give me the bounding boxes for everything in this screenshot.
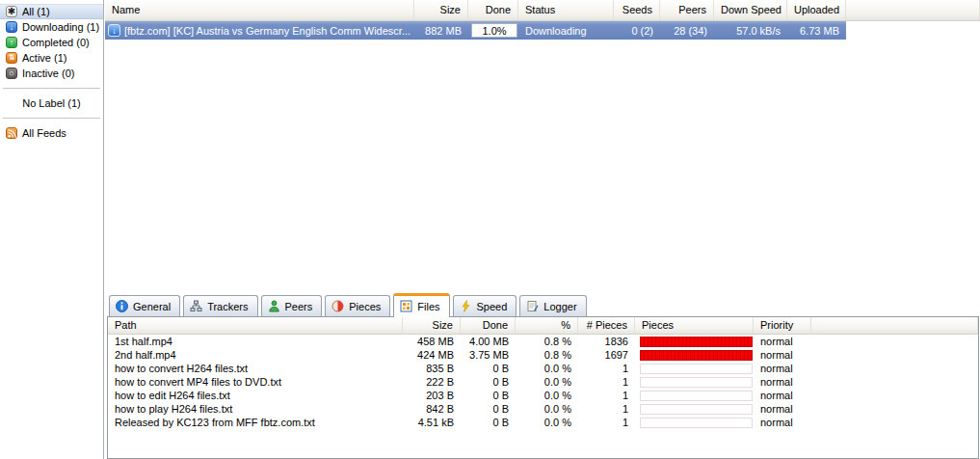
- logger-notepad-icon: [526, 300, 539, 312]
- sidebar-item-all-feeds[interactable]: All Feeds: [0, 125, 103, 141]
- sidebar-item-all[interactable]: ✱ All (1): [0, 4, 103, 19]
- column-header-priority[interactable]: Priority: [754, 317, 811, 334]
- file-pieces-bar: [640, 418, 753, 428]
- column-header-path[interactable]: Path: [108, 317, 403, 334]
- person-icon: [268, 300, 280, 312]
- file-percent: 0.0 %: [516, 403, 578, 415]
- tab-label: General: [133, 301, 171, 312]
- file-path: 1st half.mp4: [108, 336, 403, 347]
- file-num-pieces: 1: [578, 376, 635, 388]
- file-pieces-bar: [640, 404, 753, 415]
- tab-pieces[interactable]: Pieces: [325, 295, 390, 316]
- sidebar-item-label: All (1): [22, 6, 50, 17]
- info-icon: [116, 300, 128, 312]
- file-done: 4.00 MB: [461, 336, 516, 347]
- file-row[interactable]: 2nd half.mp4 424 MB 3.75 MB 0.8 % 1697 n…: [108, 348, 978, 362]
- column-header-down-speed[interactable]: Down Speed: [714, 0, 787, 20]
- torrent-list: Name Size Done Status Seeds Peers Down S…: [105, 0, 980, 291]
- file-path: how to edit H264 files.txt: [108, 390, 403, 401]
- tab-peers[interactable]: Peers: [261, 295, 323, 316]
- torrent-size: 882 MB: [414, 25, 468, 37]
- file-priority: normal: [754, 403, 811, 415]
- file-row[interactable]: how to play H264 files.txt 842 B 0 B 0.0…: [108, 402, 978, 416]
- sidebar-item-label: Completed (0): [22, 37, 90, 48]
- tab-label: Logger: [543, 301, 576, 312]
- torrent-download-icon: ↓: [108, 24, 120, 37]
- column-header-done[interactable]: Done: [461, 317, 516, 334]
- column-header-seeds[interactable]: Seeds: [614, 0, 660, 20]
- asterisk-icon: ✱: [6, 6, 17, 17]
- column-header-done[interactable]: Done: [468, 0, 518, 20]
- file-row[interactable]: how to convert H264 files.txt 835 B 0 B …: [108, 362, 978, 375]
- tab-label: Speed: [477, 301, 508, 312]
- pieces-ball-icon: [331, 300, 344, 312]
- column-header-status[interactable]: Status: [518, 0, 614, 20]
- tab-files[interactable]: Files: [393, 293, 449, 317]
- files-table-header: Path Size Done % # Pieces Pieces Priorit…: [108, 317, 978, 335]
- file-priority: normal: [754, 376, 811, 388]
- torrent-seeds: 0 (2): [614, 25, 660, 37]
- column-header-pieces[interactable]: Pieces: [635, 317, 754, 334]
- file-path: Released by KC123 from MFF fbtz.com.txt: [108, 417, 403, 428]
- tab-label: Files: [417, 301, 439, 312]
- file-size: 4.51 kB: [403, 417, 461, 428]
- file-percent: 0.0 %: [516, 376, 578, 388]
- sidebar-item-completed[interactable]: ↑ Completed (0): [0, 35, 103, 50]
- tab-label: Peers: [285, 301, 313, 312]
- lightning-icon: [460, 300, 472, 312]
- sidebar-item-active[interactable]: ⇅ Active (1): [0, 50, 103, 66]
- files-icon: [400, 300, 412, 312]
- torrent-row-selected[interactable]: ↓ [fbtz.com] [KC] Austria vs Germany Eng…: [105, 21, 846, 40]
- file-path: how to play H264 files.txt: [108, 403, 403, 415]
- file-percent: 0.0 %: [516, 417, 578, 428]
- file-priority: normal: [754, 336, 811, 347]
- column-header-size[interactable]: Size: [403, 317, 461, 334]
- sidebar-item-label: Active (1): [22, 52, 66, 64]
- file-priority: normal: [754, 363, 811, 374]
- column-header-peers[interactable]: Peers: [660, 0, 714, 20]
- detail-tab-bar: General Trackers Peers Pieces Files Spee…: [107, 292, 587, 316]
- file-pieces-bar: [640, 337, 753, 347]
- column-header-num-pieces[interactable]: # Pieces: [578, 317, 635, 334]
- sidebar-item-no-label[interactable]: No Label (1): [0, 95, 103, 111]
- torrent-peers: 28 (34): [660, 25, 714, 37]
- file-pieces-bar: [640, 350, 753, 361]
- column-header-size[interactable]: Size: [414, 0, 468, 20]
- file-done: 0 B: [461, 417, 516, 428]
- file-size: 203 B: [403, 390, 461, 401]
- file-done: 0 B: [461, 390, 516, 401]
- file-done: 0 B: [461, 403, 516, 415]
- tab-label: Trackers: [207, 301, 248, 312]
- tab-trackers[interactable]: Trackers: [183, 295, 257, 316]
- file-row[interactable]: how to convert MP4 files to DVD.txt 222 …: [108, 375, 978, 389]
- file-priority: normal: [754, 417, 811, 428]
- file-pieces-bar: [640, 377, 753, 388]
- file-row[interactable]: Released by KC123 from MFF fbtz.com.txt …: [108, 416, 978, 429]
- sidebar-item-inactive[interactable]: ○ Inactive (0): [0, 66, 103, 81]
- file-pieces-bar: [640, 364, 753, 374]
- file-done: 0 B: [461, 376, 516, 388]
- file-percent: 0.0 %: [516, 390, 578, 401]
- sidebar-item-downloading[interactable]: ↓ Downloading (1): [0, 19, 103, 35]
- torrent-progress-bar: 1.0%: [471, 23, 517, 38]
- column-header-uploaded[interactable]: Uploaded: [787, 0, 846, 20]
- tab-general[interactable]: General: [109, 295, 180, 316]
- file-priority: normal: [754, 349, 811, 361]
- file-row[interactable]: 1st half.mp4 458 MB 4.00 MB 0.8 % 1836 n…: [108, 335, 978, 348]
- file-percent: 0.0 %: [516, 363, 578, 374]
- sidebar-divider: [3, 118, 100, 119]
- file-row[interactable]: how to edit H264 files.txt 203 B 0 B 0.0…: [108, 389, 978, 402]
- sidebar-item-label: No Label (1): [22, 97, 81, 109]
- file-path: how to convert MP4 files to DVD.txt: [108, 376, 403, 388]
- file-num-pieces: 1: [578, 363, 635, 374]
- column-header-name[interactable]: Name: [105, 0, 414, 20]
- tab-speed[interactable]: Speed: [453, 295, 517, 316]
- column-header-percent[interactable]: %: [516, 317, 578, 334]
- tab-logger[interactable]: Logger: [519, 295, 586, 316]
- file-size: 842 B: [403, 403, 461, 415]
- files-table-body: 1st half.mp4 458 MB 4.00 MB 0.8 % 1836 n…: [108, 335, 978, 429]
- inactive-dot-icon: ○: [6, 68, 17, 79]
- file-done: 3.75 MB: [461, 349, 516, 361]
- file-path: how to convert H264 files.txt: [108, 363, 403, 374]
- file-size: 458 MB: [403, 336, 461, 347]
